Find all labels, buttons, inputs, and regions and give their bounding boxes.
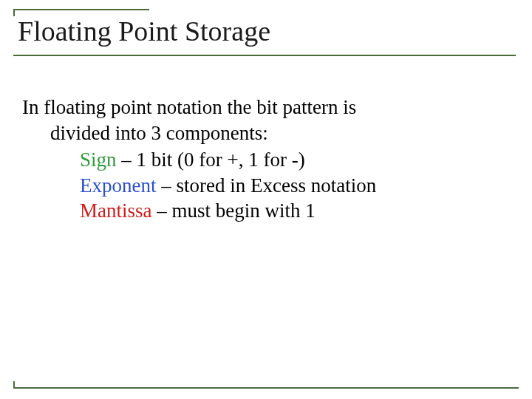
component-mantissa: Mantissa – must begin with 1 — [22, 198, 502, 224]
intro-line2: divided into 3 components: — [22, 122, 268, 144]
rule-top — [13, 9, 149, 10]
rule-under-title — [13, 55, 516, 56]
component-sign: Sign – 1 bit (0 for +, 1 for -) — [22, 147, 502, 173]
components-list: Sign – 1 bit (0 for +, 1 for -) Exponent… — [22, 147, 502, 224]
intro-text: In floating point notation the bit patte… — [22, 95, 502, 146]
exponent-desc: – stored in Excess notation — [156, 174, 376, 197]
rule-bottom — [13, 387, 519, 389]
intro-line1: In floating point notation the bit patte… — [22, 96, 356, 118]
mantissa-desc: – must begin with 1 — [152, 200, 316, 222]
rule-tick-bottom — [13, 381, 15, 389]
component-exponent: Exponent – stored in Excess notation — [22, 173, 502, 199]
exponent-label: Exponent — [80, 174, 156, 197]
mantissa-label: Mantissa — [80, 200, 152, 222]
slide-body: In floating point notation the bit patte… — [22, 95, 502, 224]
title-block: Floating Point Storage — [13, 9, 516, 56]
sign-label: Sign — [80, 149, 117, 171]
slide-title: Floating Point Storage — [13, 12, 516, 55]
sign-desc: – 1 bit (0 for +, 1 for -) — [117, 149, 305, 171]
slide: Floating Point Storage In floating point… — [0, 0, 532, 399]
